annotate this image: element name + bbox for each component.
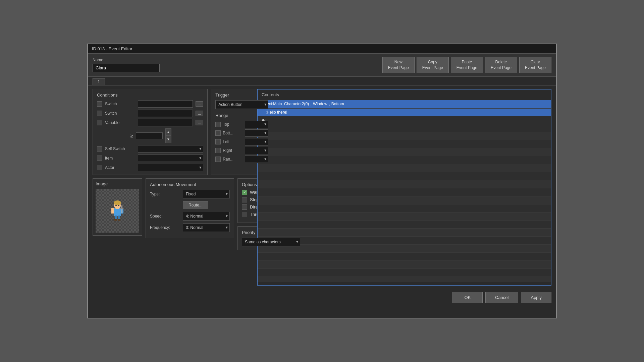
walking-checkmark: ✓ — [243, 190, 246, 194]
range-left-select[interactable] — [245, 138, 268, 145]
frequency-label: Frequency: — [150, 225, 180, 230]
variable-checkbox[interactable] — [97, 120, 102, 125]
header-area: Name NewEvent Page CopyEvent Page PasteE… — [88, 54, 556, 77]
range-bottom-select[interactable] — [245, 129, 268, 137]
autonomous-title: Autonomous Movement — [150, 182, 230, 187]
actor-checkbox[interactable] — [97, 165, 102, 170]
character-sprite — [109, 199, 125, 223]
range-row-random: Ran... ▼ — [215, 156, 268, 163]
type-select[interactable]: Fixed Random Approach Custom — [183, 190, 230, 198]
svg-rect-12 — [120, 208, 123, 209]
empty-row — [258, 188, 551, 196]
switch1-input[interactable] — [138, 100, 193, 108]
selfswitch-checkbox[interactable] — [97, 146, 102, 152]
switch1-btn[interactable]: ... — [196, 101, 203, 107]
content-item-sub[interactable]: :Hello there! — [258, 109, 551, 116]
switch2-input[interactable] — [138, 110, 193, 117]
title-bar: ID:013 - Event Editor — [88, 44, 556, 54]
new-event-page-button[interactable]: NewEvent Page — [382, 57, 415, 73]
variable-input[interactable] — [138, 119, 193, 126]
priority-select[interactable]: Below characters Same as characters Abov… — [242, 238, 300, 246]
spin-down[interactable]: ▼ — [165, 136, 171, 143]
ok-button[interactable]: OK — [452, 292, 483, 303]
selfswitch-label: Self Switch — [105, 146, 135, 151]
item-select[interactable] — [138, 155, 203, 162]
empty-row — [258, 156, 551, 164]
apply-button[interactable]: Apply — [521, 292, 551, 303]
speed-select[interactable]: 1: x8 Slower 2: x4 Slower 3: x2 Slower 4… — [183, 212, 230, 221]
svg-point-3 — [115, 205, 117, 206]
clear-event-page-button[interactable]: ClearEvent Page — [519, 57, 551, 73]
range-right-select[interactable] — [245, 147, 268, 154]
walking-checkbox[interactable]: ✓ — [242, 190, 247, 195]
svg-point-4 — [118, 205, 119, 206]
name-input[interactable] — [93, 64, 160, 72]
type-row: Type: Fixed Random Approach Custom ▼ — [150, 190, 230, 198]
range-row-bottom: Bott... ▼ — [215, 129, 268, 137]
footer: OK Cancel Apply — [88, 289, 556, 306]
svg-point-2 — [114, 200, 121, 205]
route-button[interactable]: Route... — [183, 201, 208, 209]
empty-row — [258, 221, 551, 229]
event-editor-window: ID:013 - Event Editor Name NewEvent Page… — [87, 44, 557, 318]
range-bottom-checkbox[interactable] — [215, 130, 221, 136]
contents-panel: Contents ◆Text:Main_Character2(0)，Window… — [257, 89, 551, 286]
speed-row: Speed: 1: x8 Slower 2: x4 Slower 3: x2 S… — [150, 212, 230, 221]
switch2-label: Switch — [105, 111, 135, 116]
range-row-left: Left ▼ — [215, 138, 268, 145]
content-add-item[interactable]: ◆+ — [258, 116, 551, 124]
svg-rect-7 — [114, 219, 117, 221]
tab-1[interactable]: 1 — [93, 78, 105, 85]
cancel-button[interactable]: Cancel — [485, 292, 518, 303]
image-preview[interactable] — [96, 189, 139, 233]
range-row-top: Top ▼ — [215, 121, 268, 128]
condition-row-actor: Actor ▼ — [97, 164, 203, 171]
condition-row-selfswitch: Self Switch ABCD ▼ — [97, 145, 203, 153]
empty-row — [258, 124, 551, 132]
content-item-selected[interactable]: ◆Text:Main_Character2(0)，Window，Bottom — [258, 100, 551, 109]
spin-up[interactable]: ▲ — [165, 128, 171, 136]
empty-row — [258, 213, 551, 221]
copy-event-page-button[interactable]: CopyEvent Page — [417, 57, 449, 73]
range-right-checkbox[interactable] — [215, 148, 221, 153]
svg-rect-9 — [111, 208, 114, 214]
actor-label: Actor — [105, 165, 135, 170]
content-sub-text: :Hello there! — [266, 110, 287, 115]
condition-row-switch2: Switch ... — [97, 110, 203, 117]
range-left-checkbox[interactable] — [215, 139, 221, 144]
content-item-text: ◆Text:Main_Character2(0)，Window，Bottom — [262, 102, 344, 106]
range-random-select[interactable] — [245, 156, 268, 163]
switch2-btn[interactable]: ... — [196, 111, 203, 116]
name-label: Name — [93, 58, 160, 62]
condition-row-variable: Variable ... — [97, 119, 203, 126]
actor-select[interactable] — [138, 164, 203, 171]
svg-rect-0 — [114, 208, 121, 216]
range-top-checkbox[interactable] — [215, 122, 221, 127]
name-section: Name — [93, 58, 160, 72]
empty-row — [258, 237, 551, 245]
range-top-select[interactable] — [245, 121, 268, 128]
trigger-select[interactable]: Action Button Player Touch Event Touch A… — [215, 100, 268, 109]
compare-row: ≥ ▲ ▼ — [97, 128, 203, 143]
contents-list: ◆Text:Main_Character2(0)，Window，Bottom :… — [258, 100, 551, 282]
range-random-label: Ran... — [223, 157, 243, 162]
compare-input[interactable] — [136, 132, 163, 139]
variable-btn[interactable]: ... — [196, 120, 203, 125]
variable-label: Variable — [105, 120, 135, 125]
switch2-checkbox[interactable] — [97, 111, 102, 116]
direction-fix-checkbox[interactable] — [242, 204, 247, 210]
svg-rect-8 — [118, 219, 120, 221]
selfswitch-select[interactable]: ABCD — [138, 145, 203, 153]
compare-symbol: ≥ — [130, 133, 133, 138]
item-checkbox[interactable] — [97, 156, 102, 161]
delete-event-page-button[interactable]: DeleteEvent Page — [485, 57, 517, 73]
frequency-select[interactable]: 1: Lowest 2: Lower 3: Normal 4: Higher 5… — [183, 223, 230, 232]
range-random-checkbox[interactable] — [215, 157, 221, 162]
empty-row — [258, 204, 551, 213]
image-panel: Image — [93, 178, 142, 236]
through-checkbox[interactable] — [242, 212, 247, 217]
paste-event-page-button[interactable]: PasteEvent Page — [451, 57, 483, 73]
switch1-checkbox[interactable] — [97, 101, 102, 107]
title-text: ID:013 - Event Editor — [92, 46, 132, 51]
stepping-checkbox[interactable] — [242, 197, 247, 202]
